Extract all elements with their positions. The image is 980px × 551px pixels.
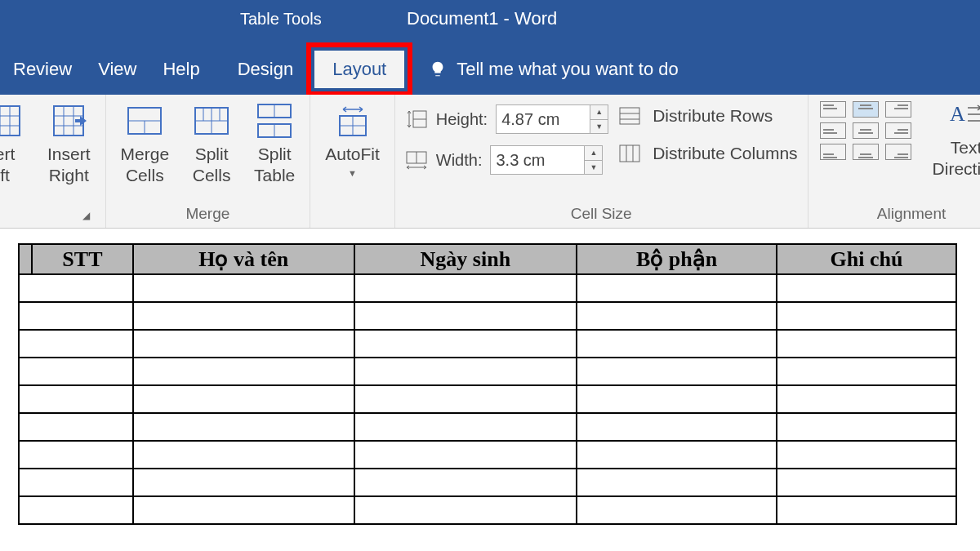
table-cell[interactable] [354,358,577,385]
table-row[interactable] [19,330,956,358]
table-cell[interactable] [19,302,133,330]
table-cell[interactable] [577,274,777,302]
table-cell[interactable] [577,330,777,358]
align-top-right[interactable] [885,101,911,118]
document-area[interactable]: STT Họ và tên Ngày sinh Bộ phận Ghi chú [0,229,980,540]
table-cell[interactable] [133,358,354,385]
col-stt[interactable]: STT [32,244,133,274]
height-input[interactable]: 4.87 cm [496,104,590,134]
table-row[interactable] [19,274,956,302]
align-bottom-left[interactable] [820,144,846,160]
table-cell[interactable] [777,441,956,469]
tab-view[interactable]: View [85,52,149,87]
table-row[interactable] [19,385,956,413]
tell-me-search[interactable]: Tell me what you want to do [429,59,678,80]
table-cell[interactable] [354,274,577,302]
table-cell[interactable] [133,385,354,413]
split-table-button[interactable]: SplitTable [249,100,300,188]
table-cell[interactable] [19,496,133,524]
table-cell[interactable] [19,441,133,469]
table-cell[interactable] [354,469,577,496]
align-top-left[interactable] [820,101,846,118]
col-ghichu[interactable]: Ghi chú [777,244,956,274]
table-cell[interactable] [577,441,777,469]
table-row[interactable] [19,441,956,469]
table-cell[interactable] [354,441,577,469]
table-cell[interactable] [777,358,956,385]
title-bar: Table Tools Document1 - Word [0,0,980,44]
table-cell[interactable] [777,469,956,496]
table-cell[interactable] [777,302,956,330]
table-cell[interactable] [133,441,354,469]
height-spinner[interactable]: ▲▼ [590,104,608,134]
align-bottom-right[interactable] [885,144,911,160]
table-cell[interactable] [354,413,577,441]
table-cell[interactable] [577,469,777,496]
table-cell[interactable] [577,302,777,330]
table-cell[interactable] [133,330,354,358]
align-middle-right[interactable] [885,122,911,139]
tab-review[interactable]: Review [0,52,85,87]
insert-left-label: ertft [0,144,15,186]
insert-left-button[interactable]: ertft [0,100,29,188]
tab-design[interactable]: Design [225,52,306,87]
merge-cells-label: MergeCells [121,144,170,186]
col-bophan[interactable]: Bộ phận [577,244,777,274]
table-body[interactable] [19,274,956,524]
table-row[interactable] [19,496,956,524]
table-cell[interactable] [777,385,956,413]
align-top-center[interactable] [853,101,879,118]
table-cell[interactable] [777,413,956,441]
tab-help[interactable]: Help [149,52,212,87]
width-spinner[interactable]: ▲▼ [585,145,603,175]
table-cell[interactable] [19,469,133,496]
split-cells-button[interactable]: SplitCells [187,100,236,188]
tab-layout[interactable]: Layout [314,51,404,88]
col-hovaten[interactable]: Họ và tên [133,244,354,274]
rows-columns-dialog-launcher[interactable]: ◢ [81,210,92,221]
table-cell[interactable] [19,413,133,441]
align-middle-center[interactable] [853,122,879,139]
table-row[interactable] [19,358,956,385]
insert-right-button[interactable]: InsertRight [42,100,96,188]
table-cell[interactable] [133,302,354,330]
row-selector-header[interactable] [19,244,32,274]
table-cell[interactable] [19,358,133,385]
table-cell[interactable] [354,496,577,524]
distribute-columns-label: Distribute Columns [653,144,797,163]
table-row[interactable] [19,413,956,441]
table-cell[interactable] [354,385,577,413]
table-row[interactable] [19,302,956,330]
document-table[interactable]: STT Họ và tên Ngày sinh Bộ phận Ghi chú [18,243,957,525]
text-direction-button[interactable]: A TextDirection [928,100,980,181]
table-row[interactable] [19,469,956,496]
table-cell[interactable] [19,274,133,302]
table-cell[interactable] [133,469,354,496]
table-cell[interactable] [777,496,956,524]
table-cell[interactable] [133,274,354,302]
distribute-columns-button[interactable]: Distribute Columns [618,144,797,163]
table-cell[interactable] [577,413,777,441]
distribute-rows-button[interactable]: Distribute Rows [618,106,797,126]
insert-right-label: InsertRight [47,144,91,186]
table-cell[interactable] [19,330,133,358]
width-icon [405,150,428,170]
table-cell[interactable] [777,274,956,302]
width-input[interactable]: 3.3 cm [490,145,585,175]
align-bottom-center[interactable] [853,144,879,160]
cellsize-group-label: Cell Size [405,203,798,224]
table-header-row[interactable]: STT Họ và tên Ngày sinh Bộ phận Ghi chú [19,244,956,274]
align-middle-left[interactable] [820,122,846,139]
merge-cells-button[interactable]: MergeCells [116,100,175,188]
table-cell[interactable] [133,413,354,441]
table-cell[interactable] [354,330,577,358]
col-ngaysinh[interactable]: Ngày sinh [354,244,577,274]
table-cell[interactable] [577,358,777,385]
table-cell[interactable] [577,385,777,413]
autofit-button[interactable]: AutoFit ▼ [320,100,385,180]
table-cell[interactable] [19,385,133,413]
table-cell[interactable] [777,330,956,358]
table-cell[interactable] [133,496,354,524]
table-cell[interactable] [577,496,777,524]
table-cell[interactable] [354,302,577,330]
